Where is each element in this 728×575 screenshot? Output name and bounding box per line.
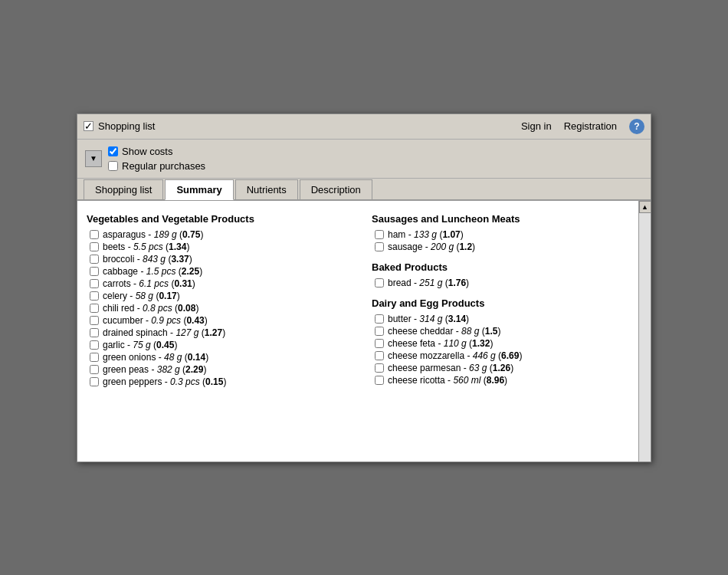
regular-purchases-checkbox[interactable] — [108, 161, 118, 171]
list-item: bread - 251 g (1.76) — [372, 278, 641, 288]
item-checkbox[interactable] — [375, 314, 384, 324]
item-checkbox[interactable] — [375, 351, 384, 360]
list-item: green peppers - 0.3 pcs (0.15) — [87, 376, 356, 387]
tabs-bar: Shopping list Summary Nutrients Descript… — [77, 179, 651, 201]
item-label: green peas - 382 g (2.29) — [103, 364, 206, 375]
item-checkbox[interactable] — [375, 339, 384, 348]
help-button[interactable]: ? — [629, 119, 644, 134]
list-item: beets - 5.5 pcs (1.34) — [87, 242, 356, 252]
list-item: asparagus - 189 g (0.75) — [87, 229, 356, 240]
item-checkbox[interactable] — [375, 376, 384, 385]
toolbar: ▼ Show costs Regular purchases — [77, 140, 651, 179]
title-bar: ✓ Shopping list Sign in Registration ? — [77, 114, 651, 140]
item-label: green peppers - 0.3 pcs (0.15) — [103, 376, 226, 387]
item-checkbox[interactable] — [375, 230, 384, 239]
item-label: butter - 314 g (3.14) — [388, 314, 469, 324]
item-label: ham - 133 g (1.07) — [388, 229, 464, 240]
item-checkbox[interactable] — [90, 255, 99, 264]
tab-nutrients[interactable]: Nutrients — [235, 179, 298, 199]
show-costs-label: Show costs — [122, 146, 172, 157]
item-checkbox[interactable] — [90, 365, 99, 374]
item-label: cheese feta - 110 g (1.32) — [388, 338, 493, 349]
toolbar-options: Show costs Regular purchases — [108, 146, 643, 172]
list-item: cabbage - 1.5 pcs (2.25) — [87, 266, 356, 277]
app-window: ✓ Shopping list Sign in Registration ? ▼… — [77, 113, 651, 462]
tab-summary[interactable]: Summary — [165, 179, 233, 200]
item-label: drained spinach - 127 g (1.27) — [103, 327, 225, 338]
item-label: cheese parmesan - 63 g (1.26) — [388, 363, 513, 373]
item-label: chili red - 0.8 pcs (0.08) — [103, 303, 198, 314]
item-label: cabbage - 1.5 pcs (2.25) — [103, 266, 202, 277]
item-label: cheese ricotta - 560 ml (8.96) — [388, 375, 507, 386]
item-checkbox[interactable] — [375, 363, 384, 373]
show-costs-checkbox[interactable] — [108, 146, 118, 156]
regular-purchases-row: Regular purchases — [108, 160, 643, 172]
category-title-baked: Baked Products — [372, 261, 641, 273]
title-bar-left: ✓ Shopping list — [84, 120, 155, 132]
item-label: cheese mozzarella - 446 g (6.69) — [388, 350, 522, 361]
list-item: green peas - 382 g (2.29) — [87, 364, 356, 375]
item-checkbox[interactable] — [90, 304, 99, 313]
list-item: sausage - 200 g (1.2) — [372, 242, 641, 252]
app-title: Shopping list — [98, 120, 155, 132]
list-item: cheese cheddar - 88 g (1.5) — [372, 326, 641, 337]
item-label: cheese cheddar - 88 g (1.5) — [388, 326, 500, 337]
item-label: green onions - 48 g (0.14) — [103, 352, 208, 363]
item-checkbox[interactable] — [90, 340, 99, 350]
item-checkbox[interactable] — [90, 267, 99, 276]
list-item: cucumber - 0.9 pcs (0.43) — [87, 315, 356, 326]
left-column: Vegetables and Vegetable Products aspara… — [87, 210, 364, 452]
scrollbar[interactable]: ▲ — [638, 201, 651, 462]
signin-link[interactable]: Sign in — [521, 120, 552, 132]
right-column: Sausages and Luncheon Meats ham - 133 g … — [364, 210, 641, 452]
item-checkbox[interactable] — [375, 242, 384, 251]
item-label: sausage - 200 g (1.2) — [388, 242, 475, 252]
item-label: asparagus - 189 g (0.75) — [103, 229, 203, 240]
item-checkbox[interactable] — [90, 316, 99, 325]
list-item: drained spinach - 127 g (1.27) — [87, 327, 356, 338]
list-item: cheese mozzarella - 446 g (6.69) — [372, 350, 641, 361]
item-label: carrots - 6.1 pcs (0.31) — [103, 278, 195, 289]
tab-description[interactable]: Description — [300, 179, 372, 199]
item-label: garlic - 75 g (0.45) — [103, 340, 177, 350]
list-item: cheese parmesan - 63 g (1.26) — [372, 363, 641, 373]
list-item: ham - 133 g (1.07) — [372, 229, 641, 240]
show-costs-row: Show costs — [108, 146, 643, 157]
list-item: butter - 314 g (3.14) — [372, 314, 641, 324]
title-bar-right: Sign in Registration ? — [521, 119, 644, 134]
item-label: bread - 251 g (1.76) — [388, 278, 469, 288]
item-label: celery - 58 g (0.17) — [103, 291, 180, 301]
item-checkbox[interactable] — [90, 377, 99, 386]
list-item: carrots - 6.1 pcs (0.31) — [87, 278, 356, 289]
item-checkbox[interactable] — [90, 242, 99, 251]
registration-link[interactable]: Registration — [564, 120, 617, 132]
item-checkbox[interactable] — [375, 278, 384, 288]
item-checkbox[interactable] — [90, 230, 99, 239]
list-item: green onions - 48 g (0.14) — [87, 352, 356, 363]
title-checkbox[interactable]: ✓ — [84, 121, 93, 131]
item-checkbox[interactable] — [90, 279, 99, 288]
item-checkbox[interactable] — [90, 328, 99, 337]
list-item: cheese ricotta - 560 ml (8.96) — [372, 375, 641, 386]
item-label: broccoli - 843 g (3.37) — [103, 254, 192, 264]
scrollbar-up-button[interactable]: ▲ — [639, 201, 651, 213]
category-title-vegetables: Vegetables and Vegetable Products — [87, 213, 356, 225]
list-item: chili red - 0.8 pcs (0.08) — [87, 303, 356, 314]
item-checkbox[interactable] — [90, 291, 99, 301]
tab-shopping-list[interactable]: Shopping list — [84, 179, 163, 199]
list-item: garlic - 75 g (0.45) — [87, 340, 356, 350]
category-title-sausages: Sausages and Luncheon Meats — [372, 213, 641, 225]
item-label: cucumber - 0.9 pcs (0.43) — [103, 315, 208, 326]
dropdown-button[interactable]: ▼ — [85, 150, 102, 167]
list-item: cheese feta - 110 g (1.32) — [372, 338, 641, 349]
list-item: broccoli - 843 g (3.37) — [87, 254, 356, 264]
list-item: celery - 58 g (0.17) — [87, 291, 356, 301]
item-label: beets - 5.5 pcs (1.34) — [103, 242, 189, 252]
content-area: Vegetables and Vegetable Products aspara… — [77, 201, 651, 462]
category-title-dairy: Dairy and Egg Products — [372, 297, 641, 309]
item-checkbox[interactable] — [90, 353, 99, 362]
regular-purchases-label: Regular purchases — [122, 160, 205, 172]
item-checkbox[interactable] — [375, 327, 384, 336]
